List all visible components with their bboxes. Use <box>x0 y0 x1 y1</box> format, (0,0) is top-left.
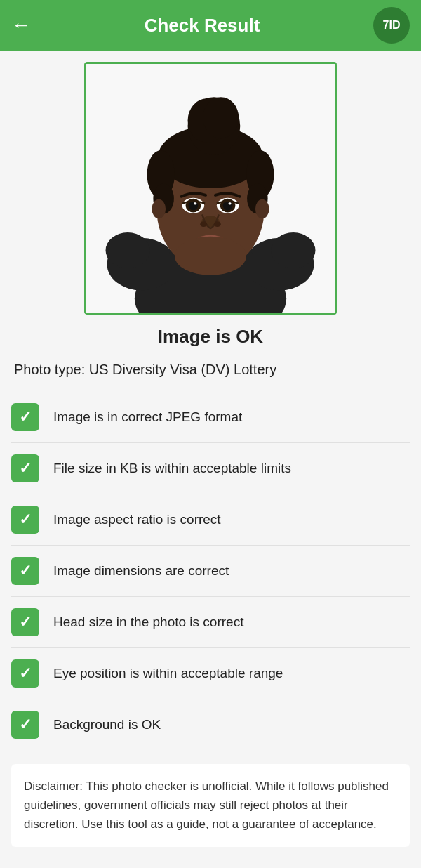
svg-point-23 <box>194 202 196 205</box>
svg-point-6 <box>272 232 316 268</box>
disclaimer-text: Disclaimer: This photo checker is unoffi… <box>24 780 389 831</box>
svg-point-19 <box>255 199 269 219</box>
check-item-dimensions: Image dimensions are correct <box>11 546 410 597</box>
check-text-aspect: Image aspect ratio is correct <box>53 512 221 527</box>
disclaimer-box: Disclaimer: This photo checker is unoffi… <box>11 764 410 847</box>
main-content: Image is OK Photo type: US Diversity Vis… <box>0 51 421 858</box>
check-icon-headsize <box>11 608 39 636</box>
check-item-aspect: Image aspect ratio is correct <box>11 494 410 546</box>
check-item-eyeposition: Eye position is within acceptable range <box>11 648 410 699</box>
svg-point-27 <box>229 202 232 205</box>
svg-point-32 <box>175 237 246 275</box>
check-list: Image is in correct JPEG format File siz… <box>11 392 410 750</box>
page-title: Check Result <box>31 15 373 37</box>
check-item-filesize: File size in KB is within acceptable lim… <box>11 443 410 494</box>
check-icon-jpeg <box>11 403 39 431</box>
check-icon-background <box>11 711 39 739</box>
check-text-headsize: Head size in the photo is correct <box>53 614 243 630</box>
check-item-jpeg: Image is in correct JPEG format <box>11 392 410 443</box>
check-item-background: Background is OK <box>11 699 410 750</box>
check-text-eyeposition: Eye position is within acceptable range <box>53 666 283 681</box>
result-title: Image is OK <box>11 326 410 348</box>
photo-frame <box>84 62 337 315</box>
check-text-background: Background is OK <box>53 717 161 732</box>
app-logo: 7ID <box>373 7 410 44</box>
svg-point-13 <box>203 97 239 138</box>
passport-photo <box>86 64 335 313</box>
check-item-headsize: Head size in the photo is correct <box>11 597 410 648</box>
svg-point-18 <box>152 199 166 219</box>
back-button[interactable]: ← <box>11 14 31 37</box>
photo-type-label: Photo type: US Diversity Visa (DV) Lotte… <box>11 362 410 378</box>
check-text-filesize: File size in KB is within acceptable lim… <box>53 461 291 476</box>
check-icon-filesize <box>11 454 39 482</box>
svg-point-30 <box>214 221 221 227</box>
header: ← Check Result 7ID <box>0 0 421 51</box>
check-icon-aspect <box>11 506 39 534</box>
check-icon-dimensions <box>11 557 39 585</box>
check-text-dimensions: Image dimensions are correct <box>53 563 229 579</box>
svg-point-29 <box>200 221 207 227</box>
check-icon-eyeposition <box>11 659 39 688</box>
svg-point-4 <box>106 232 150 268</box>
photo-container <box>11 62 410 315</box>
check-text-jpeg: Image is in correct JPEG format <box>53 409 242 425</box>
